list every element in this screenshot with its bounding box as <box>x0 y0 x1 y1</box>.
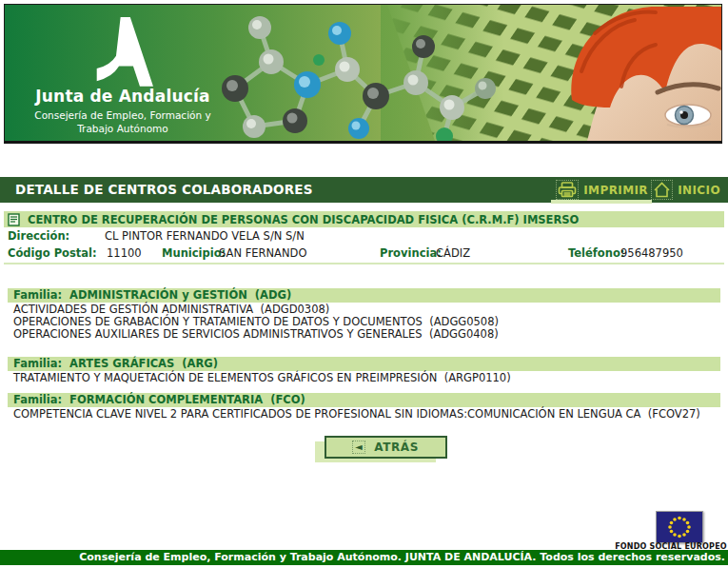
home-icon <box>652 181 672 199</box>
family-band-fco: Familia: FORMACIÓN COMPLEMENTARIA (FCO) <box>8 393 720 407</box>
home-button-label: INICIO <box>678 184 720 197</box>
dept-line1: Consejería de Empleo, Formación y <box>26 108 220 122</box>
footer-bar: Consejería de Empleo, Formación y Trabaj… <box>0 550 728 565</box>
junta-logo: Junta de Andalucía Consejería de Empleo,… <box>26 14 220 135</box>
print-button-label: IMPRIMIR <box>583 184 648 197</box>
document-icon <box>8 213 20 226</box>
postal-value: 11100 <box>107 246 142 260</box>
phone-label: Teléfono: <box>568 246 624 260</box>
phone-value: 956487950 <box>620 246 683 260</box>
family-band-adg: Familia: ADMINISTRACIÓN y GESTIÓN (ADG) <box>8 288 720 303</box>
header-banner: Junta de Andalucía Consejería de Empleo,… <box>4 4 722 144</box>
family-band-arg: Familia: ARTES GRÁFICAS (ARG) <box>8 357 720 371</box>
home-button[interactable]: INICIO <box>652 177 720 203</box>
title-bar: DETALLE DE CENTROS COLABORADORES IMPRIMI… <box>0 177 728 203</box>
back-button[interactable]: ◄ ATRÁS <box>325 436 447 459</box>
page-title: DETALLE DE CENTROS COLABORADORES <box>15 177 313 203</box>
org-name: Junta de Andalucía <box>26 87 220 106</box>
page: Junta de Andalucía Consejería de Empleo,… <box>0 0 728 568</box>
center-name: CENTRO DE RECUPERACIÓN DE PERSONAS CON D… <box>28 213 579 226</box>
municipality-value: SAN FERNANDO <box>219 246 307 260</box>
center-name-band: CENTRO DE RECUPERACIÓN DE PERSONAS CON D… <box>4 211 724 227</box>
province-value: CÁDIZ <box>436 246 470 260</box>
back-arrow-icon: ◄ <box>353 441 364 453</box>
print-button[interactable]: IMPRIMIR <box>557 177 648 203</box>
back-button-label: ATRÁS <box>374 441 419 454</box>
postal-label: Código Postal: <box>8 246 97 260</box>
eu-flag <box>656 511 703 543</box>
course-item: OPERACIONES AUXILIARES DE SERVICIOS ADMI… <box>13 328 499 341</box>
dept-line2: Trabajo Autónomo <box>26 122 220 135</box>
course-item: COMPETENCIA CLAVE NIVEL 2 PARA CERTIFICA… <box>13 408 700 421</box>
course-item: TRATAMIENTO Y MAQUETACIÓN DE ELEMENTOS G… <box>13 372 511 384</box>
section-divider <box>4 263 724 264</box>
address-label: Dirección: <box>8 229 69 243</box>
address-value: CL PINTOR FERNANDO VELA S/N S/N <box>105 229 305 243</box>
junta-logo-a-icon <box>86 14 160 88</box>
municipality-label: Municipio: <box>162 246 226 260</box>
print-underline <box>551 200 652 204</box>
printer-icon <box>557 181 578 199</box>
footer-copyright: Consejería de Empleo, Formación y Trabaj… <box>79 551 725 563</box>
province-label: Provincia: <box>380 246 442 260</box>
